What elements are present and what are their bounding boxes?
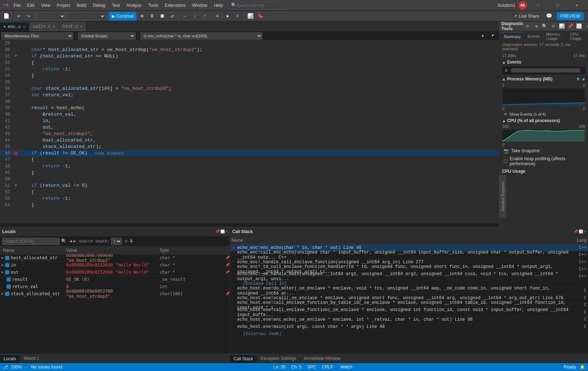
user-avatar[interactable]: AK: [518, 1, 527, 10]
menu-project[interactable]: Project: [54, 1, 73, 9]
menu-window[interactable]: Window: [189, 1, 211, 9]
breakpoints-btn[interactable]: ●: [223, 12, 232, 20]
global-scope-dropdown[interactable]: (Global Scope): [78, 32, 135, 40]
perf-profiler-btn[interactable]: 📊: [245, 12, 255, 20]
new-project-btn[interactable]: 📄: [1, 12, 11, 20]
memory-marker-icon[interactable]: ●: [582, 76, 585, 82]
undo-btn[interactable]: ↩: [14, 12, 23, 20]
editor-hscroll[interactable]: [0, 223, 499, 227]
var-pin-btn[interactable]: 📌: [225, 256, 230, 260]
enable-heap-action[interactable]: ☐ Enable heap profiling (affects perform…: [499, 155, 588, 168]
diag-nav-prev-btn[interactable]: ◀: [532, 23, 540, 30]
menu-edit[interactable]: Edit: [24, 1, 37, 9]
feedback-btn[interactable]: 💬: [545, 12, 554, 20]
step-over-btn[interactable]: →: [180, 12, 189, 20]
expand-stack-allocated[interactable]: ▶: [1, 292, 4, 296]
events-section-header[interactable]: ▲ Events: [499, 59, 588, 66]
show-events-row[interactable]: ≫ Show Events (1 of 4): [499, 111, 588, 117]
diag-zoom-btn[interactable]: ⊕: [549, 23, 557, 30]
close-button[interactable]: ✕: [569, 0, 585, 11]
cs-row-9[interactable]: echo_host.exe!enc_echo(_oe_enclave * enc…: [230, 316, 588, 323]
tab-host-c[interactable]: host.c ✕: [59, 22, 87, 31]
highlight-btn[interactable]: A: [130, 238, 133, 244]
nav-back-btn[interactable]: ◀: [69, 238, 72, 244]
expand-out[interactable]: ▶: [1, 270, 4, 274]
expand-host-allocated[interactable]: ▶: [1, 256, 4, 260]
step-out-btn[interactable]: ↑: [200, 12, 210, 20]
locals-close-btn[interactable]: ✕: [225, 229, 228, 234]
cs-row-10[interactable]: echo_host.exe!main(int argc, const char …: [230, 323, 588, 330]
restart-btn[interactable]: ↺: [167, 12, 177, 20]
memory-filter-icon[interactable]: ▼: [576, 76, 581, 82]
stop-btn[interactable]: ⏹: [157, 12, 167, 20]
exception-btn[interactable]: ⚡: [233, 12, 242, 20]
watch-tab-bottom[interactable]: Watch: [340, 365, 353, 370]
diag-settings-btn[interactable]: ⚙: [523, 23, 531, 30]
scroll-down-btn[interactable]: ▼: [488, 32, 497, 40]
config-dropdown[interactable]: [37, 12, 65, 20]
diag-tab-summary[interactable]: Summary: [501, 32, 524, 41]
memory-section-header[interactable]: ▲ Process Memory (MB) ▼ ●: [499, 75, 588, 83]
diag-tab-memory[interactable]: Memory Usage: [543, 32, 567, 41]
exception-settings-tab[interactable]: Exception Settings: [257, 354, 300, 363]
var-pin-btn[interactable]: 📌: [225, 270, 230, 274]
show-threads-btn[interactable]: ≡: [213, 12, 222, 20]
cs-row-1[interactable]: echo_enc!call_enc_echo(unsigned char * i…: [230, 251, 588, 259]
diag-tab-cpu[interactable]: CPU Usage: [567, 32, 587, 41]
filter-btn[interactable]: ▽: [125, 238, 128, 244]
cs-row-5[interactable]: echo_host.exe!do_enter(_oe_enclave * enc…: [230, 287, 588, 295]
diag-expand-btn[interactable]: ⬜: [575, 23, 583, 30]
menu-analyze[interactable]: Analyze: [123, 1, 144, 9]
maximize-button[interactable]: □: [549, 0, 566, 11]
cs-row-4[interactable]: echo_enc!_oe_handle_main(unsigned __int6…: [230, 273, 588, 280]
immediate-window-tab[interactable]: Immediate Window: [300, 354, 344, 363]
bookmark-btn[interactable]: 🔖: [256, 12, 265, 20]
callstack-close-btn[interactable]: ✕: [584, 229, 586, 234]
var-pin-btn[interactable]: 📌: [225, 263, 230, 267]
solution-explorer-tab[interactable]: Solution Explorer: [499, 175, 506, 218]
diag-search-btn[interactable]: 🔍: [541, 23, 548, 30]
scroll-up-btn[interactable]: ▲: [478, 32, 487, 40]
tab-close-host-c[interactable]: ✕: [81, 24, 83, 29]
redo-btn[interactable]: ↪: [24, 12, 33, 20]
title-search-box[interactable]: 🔍: [229, 1, 286, 9]
callstack-pin-btn[interactable]: 📌: [574, 229, 578, 234]
locals-pin-btn[interactable]: 📌: [215, 229, 220, 234]
menu-debug[interactable]: Debug: [90, 1, 108, 9]
diag-tab-events[interactable]: Events: [525, 32, 543, 41]
scope-dropdown[interactable]: Miscellaneous Files: [1, 32, 73, 40]
diag-chart-btn[interactable]: 📊: [558, 23, 566, 30]
tab-close-enc-c[interactable]: ✕: [23, 25, 25, 29]
menu-help[interactable]: Help: [211, 1, 226, 9]
debug-location-btn[interactable]: ⊕: [137, 12, 147, 20]
take-snapshot-action[interactable]: 📷 Take Snapshot: [499, 147, 588, 155]
title-search-input[interactable]: [236, 3, 280, 8]
locals-expand-btn[interactable]: ⬜: [220, 229, 225, 234]
callstack-tab[interactable]: Call Stack: [230, 354, 257, 363]
search-depth-select[interactable]: 3: [111, 238, 122, 245]
menu-build[interactable]: Build: [74, 1, 89, 9]
locals-tab[interactable]: Locals: [0, 354, 20, 363]
tab-close-calls-c[interactable]: ✕: [53, 24, 55, 29]
menu-test[interactable]: Test: [109, 1, 123, 9]
step-into-btn[interactable]: ↓: [190, 12, 199, 20]
menu-file[interactable]: File: [11, 1, 23, 9]
diag-close-btn[interactable]: ✕: [584, 23, 588, 30]
menu-tools[interactable]: Tools: [145, 1, 161, 9]
menu-view[interactable]: View: [38, 1, 53, 9]
continue-button[interactable]: ▶ Continue: [109, 12, 137, 20]
live-share-button[interactable]: ↗ Live Share: [511, 13, 541, 19]
nav-forward-btn[interactable]: ▶: [73, 238, 76, 244]
cs-row-8[interactable]: echo_host.exe!call_enclave_function(_oe_…: [230, 309, 588, 316]
platform-dropdown[interactable]: [66, 12, 106, 20]
tab-calls-c[interactable]: calls.c ✕: [29, 22, 59, 31]
code-editor[interactable]: 29 30 char* host_allocated_str = oe_host…: [0, 40, 499, 223]
var-pin-btn[interactable]: 📌: [225, 292, 230, 296]
break-all-btn[interactable]: ⏸: [147, 12, 157, 20]
func-dropdown[interactable]: ⊙ enc_echo(char * in, char out[100]): [140, 32, 262, 40]
cpu-section-header[interactable]: ▲ CPU (% of all processors): [499, 117, 588, 124]
menu-extensions[interactable]: Extensions: [162, 1, 189, 9]
diag-pin-btn[interactable]: 📌: [566, 23, 574, 30]
locals-search-input[interactable]: [2, 238, 60, 245]
watch1-tab[interactable]: Watch 1: [20, 354, 43, 363]
